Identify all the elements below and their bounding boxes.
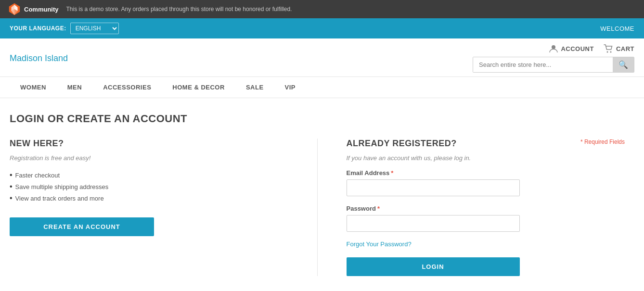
create-account-button[interactable]: CREATE AN ACCOUNT [10,217,154,236]
search-box: 🔍 [473,57,634,73]
main-nav: WOMEN MEN ACCESSORIES HOME & DECOR SALE … [0,77,644,98]
search-input[interactable] [473,57,613,72]
new-here-title: NEW HERE? [10,139,298,149]
top-bar: Community This is a demo store. Any orde… [0,0,644,18]
nav-link-home-decor[interactable]: HOME & DECOR [162,77,235,98]
cart-icon [604,44,613,53]
list-item: Save multiple shipping addresses [10,181,298,192]
brand-name: Community [24,6,59,13]
password-group: Password* [347,205,635,232]
list-item: Faster checkout [10,169,298,181]
page-content: LOGIN OR CREATE AN ACCOUNT NEW HERE? Reg… [0,98,644,291]
password-label: Password* [347,205,635,212]
header-right: ACCOUNT CART 🔍 [473,44,634,73]
language-select[interactable]: ENGLISH [70,23,119,34]
list-item: View and track orders and more [10,192,298,204]
magento-logo-icon [8,2,21,16]
nav-item-home-decor: HOME & DECOR [162,77,235,98]
language-label: YOUR LANGUAGE: ENGLISH [10,23,119,34]
cart-label: CART [616,45,634,52]
nav-link-men[interactable]: MEN [57,77,92,98]
nav-item-vip: VIP [274,77,306,98]
benefits-list: Faster checkout Save multiple shipping a… [10,169,298,204]
nav-item-men: MEN [57,77,92,98]
person-icon [549,44,558,53]
email-label: Email Address* [347,169,635,177]
already-registered-subtitle: If you have an account with us, please l… [347,154,635,162]
svg-point-5 [552,45,555,49]
forgot-password-link[interactable]: Forgot Your Password? [347,240,635,248]
new-here-section: NEW HERE? Registration is free and easy!… [10,139,318,276]
page-title: LOGIN OR CREATE AN ACCOUNT [10,113,634,125]
login-section: * Required Fields ALREADY REGISTERED? If… [318,139,635,276]
required-fields-note: * Required Fields [580,139,625,145]
store-name-link[interactable]: Madison Island [10,53,68,63]
cart-link[interactable]: CART [604,44,634,53]
nav-link-sale[interactable]: SALE [235,77,274,98]
search-button[interactable]: 🔍 [613,57,634,72]
new-here-subtitle: Registration is free and easy! [10,154,298,162]
nav-link-vip[interactable]: VIP [274,77,306,98]
nav-link-accessories[interactable]: ACCESSORIES [92,77,162,98]
svg-point-6 [606,51,608,53]
nav-item-women: WOMEN [10,77,57,98]
demo-message: This is a demo store. Any orders placed … [66,6,292,13]
login-button[interactable]: LOGIN [347,257,520,276]
nav-item-accessories: ACCESSORIES [92,77,162,98]
password-input[interactable] [347,215,520,232]
logo-area: Community [8,2,59,16]
nav-item-sale: SALE [235,77,274,98]
language-bar: YOUR LANGUAGE: ENGLISH WELCOME [0,18,644,38]
welcome-text: WELCOME [600,25,634,32]
site-header: Madison Island ACCOUNT [0,38,644,77]
nav-list: WOMEN MEN ACCESSORIES HOME & DECOR SALE … [10,77,634,98]
two-columns: NEW HERE? Registration is free and easy!… [10,139,634,276]
header-icons: ACCOUNT CART [549,44,634,53]
svg-point-7 [610,51,611,53]
account-link[interactable]: ACCOUNT [549,44,594,53]
account-label: ACCOUNT [561,45,594,52]
email-group: Email Address* [347,169,635,196]
password-required-star: * [377,205,380,212]
email-input[interactable] [347,179,520,196]
header-left: Madison Island [10,53,68,63]
email-required-star: * [391,169,393,177]
nav-link-women[interactable]: WOMEN [10,77,57,98]
